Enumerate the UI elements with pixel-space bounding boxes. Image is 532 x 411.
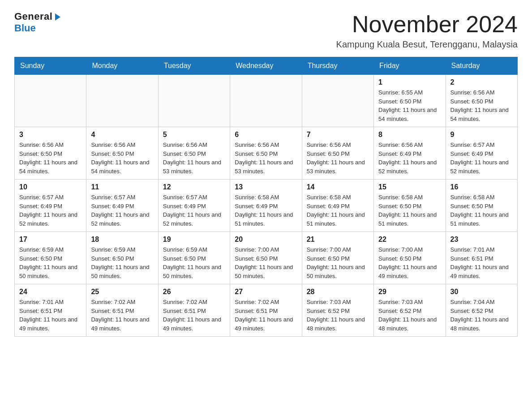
calendar-cell: 17Sunrise: 6:59 AM Sunset: 6:50 PM Dayli… [15, 232, 86, 284]
weekday-header-saturday: Saturday [446, 57, 517, 75]
day-info: Sunrise: 6:58 AM Sunset: 6:49 PM Dayligh… [235, 193, 297, 228]
day-number: 12 [163, 183, 225, 191]
day-info: Sunrise: 6:59 AM Sunset: 6:50 PM Dayligh… [91, 245, 153, 280]
logo-arrow-icon [53, 13, 62, 21]
day-info: Sunrise: 7:01 AM Sunset: 6:51 PM Dayligh… [19, 298, 82, 333]
calendar-cell: 1Sunrise: 6:55 AM Sunset: 6:50 PM Daylig… [374, 75, 446, 127]
day-number: 5 [163, 131, 225, 139]
day-info: Sunrise: 6:59 AM Sunset: 6:50 PM Dayligh… [19, 245, 82, 280]
calendar-cell: 22Sunrise: 7:00 AM Sunset: 6:50 PM Dayli… [374, 232, 446, 284]
weekday-header-sunday: Sunday [15, 57, 86, 75]
day-number: 17 [19, 235, 82, 244]
calendar-cell: 11Sunrise: 6:57 AM Sunset: 6:49 PM Dayli… [86, 180, 158, 232]
calendar-cell: 25Sunrise: 7:02 AM Sunset: 6:51 PM Dayli… [86, 284, 158, 337]
day-info: Sunrise: 7:00 AM Sunset: 6:50 PM Dayligh… [378, 245, 441, 280]
weekday-header-wednesday: Wednesday [230, 57, 302, 75]
calendar-cell: 24Sunrise: 7:01 AM Sunset: 6:51 PM Dayli… [15, 284, 86, 337]
day-info: Sunrise: 6:56 AM Sunset: 6:50 PM Dayligh… [19, 141, 82, 176]
day-info: Sunrise: 6:59 AM Sunset: 6:50 PM Dayligh… [163, 245, 225, 280]
day-info: Sunrise: 6:56 AM Sunset: 6:50 PM Dayligh… [450, 88, 513, 123]
week-row-2: 3Sunrise: 6:56 AM Sunset: 6:50 PM Daylig… [15, 127, 518, 180]
calendar-cell: 27Sunrise: 7:02 AM Sunset: 6:51 PM Dayli… [230, 284, 302, 337]
day-info: Sunrise: 6:55 AM Sunset: 6:50 PM Dayligh… [378, 88, 441, 123]
calendar-cell: 9Sunrise: 6:57 AM Sunset: 6:49 PM Daylig… [446, 127, 517, 180]
calendar-cell: 15Sunrise: 6:58 AM Sunset: 6:50 PM Dayli… [374, 180, 446, 232]
day-info: Sunrise: 6:57 AM Sunset: 6:49 PM Dayligh… [19, 193, 82, 228]
calendar-cell: 13Sunrise: 6:58 AM Sunset: 6:49 PM Dayli… [230, 180, 302, 232]
title-area: November 2024 Kampung Kuala Besut, Teren… [336, 11, 518, 50]
day-number: 25 [91, 288, 153, 296]
day-info: Sunrise: 7:00 AM Sunset: 6:50 PM Dayligh… [307, 245, 369, 280]
day-info: Sunrise: 6:58 AM Sunset: 6:49 PM Dayligh… [307, 193, 369, 228]
week-row-4: 17Sunrise: 6:59 AM Sunset: 6:50 PM Dayli… [15, 232, 518, 284]
day-number: 24 [19, 288, 82, 296]
day-number: 16 [450, 183, 513, 191]
day-number: 18 [91, 235, 153, 244]
calendar-cell: 3Sunrise: 6:56 AM Sunset: 6:50 PM Daylig… [15, 127, 86, 180]
day-info: Sunrise: 6:56 AM Sunset: 6:49 PM Dayligh… [378, 141, 441, 176]
day-number: 6 [235, 131, 297, 139]
day-number: 19 [163, 235, 225, 244]
day-info: Sunrise: 7:03 AM Sunset: 6:52 PM Dayligh… [378, 298, 441, 333]
day-info: Sunrise: 6:57 AM Sunset: 6:49 PM Dayligh… [91, 193, 153, 228]
calendar-body: 1Sunrise: 6:55 AM Sunset: 6:50 PM Daylig… [15, 75, 518, 337]
week-row-1: 1Sunrise: 6:55 AM Sunset: 6:50 PM Daylig… [15, 75, 518, 127]
day-number: 28 [307, 288, 369, 296]
svg-marker-0 [55, 13, 60, 21]
calendar-cell: 6Sunrise: 6:56 AM Sunset: 6:50 PM Daylig… [230, 127, 302, 180]
day-number: 9 [450, 131, 513, 139]
day-number: 23 [450, 235, 513, 244]
calendar-cell: 2Sunrise: 6:56 AM Sunset: 6:50 PM Daylig… [446, 75, 517, 127]
calendar-cell: 14Sunrise: 6:58 AM Sunset: 6:49 PM Dayli… [302, 180, 373, 232]
day-number: 7 [307, 131, 369, 139]
day-info: Sunrise: 6:56 AM Sunset: 6:50 PM Dayligh… [163, 141, 225, 176]
location-subtitle: Kampung Kuala Besut, Terengganu, Malaysi… [336, 39, 518, 50]
calendar-cell: 7Sunrise: 6:56 AM Sunset: 6:50 PM Daylig… [302, 127, 373, 180]
day-number: 13 [235, 183, 297, 191]
calendar-cell [86, 75, 158, 127]
calendar-cell: 4Sunrise: 6:56 AM Sunset: 6:50 PM Daylig… [86, 127, 158, 180]
day-info: Sunrise: 7:02 AM Sunset: 6:51 PM Dayligh… [91, 298, 153, 333]
calendar-cell: 26Sunrise: 7:02 AM Sunset: 6:51 PM Dayli… [158, 284, 230, 337]
month-year-title: November 2024 [336, 11, 518, 38]
calendar-table: SundayMondayTuesdayWednesdayThursdayFrid… [14, 57, 518, 337]
weekday-header-row: SundayMondayTuesdayWednesdayThursdayFrid… [15, 57, 518, 75]
logo-blue-text: Blue [14, 22, 36, 34]
day-info: Sunrise: 7:01 AM Sunset: 6:51 PM Dayligh… [450, 245, 513, 280]
logo-general-text: General [14, 11, 52, 22]
weekday-header-friday: Friday [374, 57, 446, 75]
calendar-cell: 12Sunrise: 6:57 AM Sunset: 6:49 PM Dayli… [158, 180, 230, 232]
day-info: Sunrise: 6:58 AM Sunset: 6:50 PM Dayligh… [450, 193, 513, 228]
calendar-cell: 8Sunrise: 6:56 AM Sunset: 6:49 PM Daylig… [374, 127, 446, 180]
day-number: 26 [163, 288, 225, 296]
calendar-header: SundayMondayTuesdayWednesdayThursdayFrid… [15, 57, 518, 75]
day-info: Sunrise: 6:56 AM Sunset: 6:50 PM Dayligh… [91, 141, 153, 176]
calendar-cell: 28Sunrise: 7:03 AM Sunset: 6:52 PM Dayli… [302, 284, 373, 337]
calendar-cell [15, 75, 86, 127]
calendar-cell: 10Sunrise: 6:57 AM Sunset: 6:49 PM Dayli… [15, 180, 86, 232]
day-number: 27 [235, 288, 297, 296]
day-number: 29 [378, 288, 441, 296]
day-info: Sunrise: 7:02 AM Sunset: 6:51 PM Dayligh… [163, 298, 225, 333]
day-number: 15 [378, 183, 441, 191]
day-number: 11 [91, 183, 153, 191]
day-number: 21 [307, 235, 369, 244]
day-info: Sunrise: 6:58 AM Sunset: 6:50 PM Dayligh… [378, 193, 441, 228]
day-number: 1 [378, 78, 441, 86]
day-number: 30 [450, 288, 513, 296]
day-number: 8 [378, 131, 441, 139]
calendar-cell: 29Sunrise: 7:03 AM Sunset: 6:52 PM Dayli… [374, 284, 446, 337]
calendar-cell [158, 75, 230, 127]
day-info: Sunrise: 6:56 AM Sunset: 6:50 PM Dayligh… [235, 141, 297, 176]
week-row-5: 24Sunrise: 7:01 AM Sunset: 6:51 PM Dayli… [15, 284, 518, 337]
day-info: Sunrise: 7:04 AM Sunset: 6:52 PM Dayligh… [450, 298, 513, 333]
day-number: 3 [19, 131, 82, 139]
day-number: 10 [19, 183, 82, 191]
calendar-cell: 20Sunrise: 7:00 AM Sunset: 6:50 PM Dayli… [230, 232, 302, 284]
day-number: 22 [378, 235, 441, 244]
calendar-cell: 30Sunrise: 7:04 AM Sunset: 6:52 PM Dayli… [446, 284, 517, 337]
calendar-cell: 19Sunrise: 6:59 AM Sunset: 6:50 PM Dayli… [158, 232, 230, 284]
calendar-cell: 23Sunrise: 7:01 AM Sunset: 6:51 PM Dayli… [446, 232, 517, 284]
day-number: 4 [91, 131, 153, 139]
calendar-cell: 21Sunrise: 7:00 AM Sunset: 6:50 PM Dayli… [302, 232, 373, 284]
